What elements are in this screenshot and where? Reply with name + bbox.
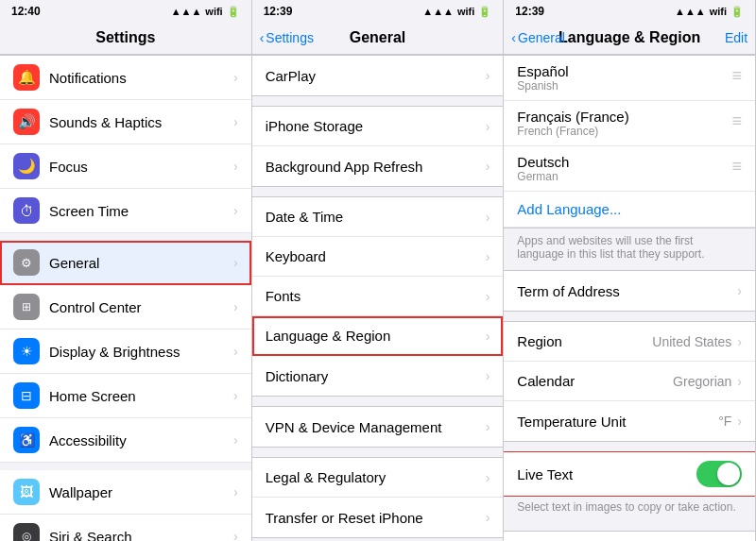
homescreen-icon: ⊟ bbox=[13, 382, 40, 409]
display-icon: ☀ bbox=[13, 338, 40, 364]
accessibility-row[interactable]: ♿ Accessibility › bbox=[0, 418, 251, 463]
settings-list: 🔔 Notifications › 🔊 Sounds & Haptics › 🌙… bbox=[0, 55, 251, 541]
battery-icon-2: 🔋 bbox=[478, 6, 491, 18]
lang-row-deutsch[interactable]: ≡ Deutsch German bbox=[504, 146, 755, 192]
signal-icon-1: ▲▲▲ bbox=[171, 6, 202, 17]
bg-refresh-row[interactable]: Background App Refresh › bbox=[252, 146, 504, 186]
time-1: 12:40 bbox=[11, 5, 41, 18]
live-text-description: Select text in images to copy or take ac… bbox=[504, 497, 755, 521]
transfer-row[interactable]: Transfer or Reset iPhone › bbox=[252, 498, 504, 537]
legal-row[interactable]: Legal & Regulatory › bbox=[252, 458, 504, 498]
dictionary-row[interactable]: Dictionary › bbox=[252, 356, 504, 396]
separator-2 bbox=[0, 463, 251, 470]
lang-region-row[interactable]: Language & Region › bbox=[252, 316, 504, 356]
nav-title-1: Settings bbox=[95, 29, 155, 46]
battery-icon-3: 🔋 bbox=[730, 6, 744, 18]
status-icons-1: ▲▲▲ wifi 🔋 bbox=[171, 6, 240, 18]
settings-panel: 12:40 ▲▲▲ wifi 🔋 Settings 🔔 Notification… bbox=[0, 0, 252, 541]
notifications-chevron: › bbox=[233, 70, 238, 85]
back-chevron-icon: ‹ bbox=[260, 30, 265, 45]
general-group-2: iPhone Storage › Background App Refresh … bbox=[252, 106, 504, 187]
status-bar-3: 12:39 ▲▲▲ wifi 🔋 bbox=[504, 0, 755, 21]
lang-region-panel: 12:39 ▲▲▲ wifi 🔋 ‹ General Language & Re… bbox=[504, 0, 756, 541]
wifi-icon-1: wifi bbox=[205, 6, 222, 17]
drag-handle-francais: ≡ bbox=[732, 111, 743, 131]
general-group-5: Legal & Regulatory › Transfer or Reset i… bbox=[252, 457, 504, 538]
siri-row[interactable]: ◎ Siri & Search › bbox=[0, 515, 251, 541]
battery-icon-1: 🔋 bbox=[227, 6, 240, 18]
drag-handle-deutsch: ≡ bbox=[732, 157, 743, 177]
screentime-row[interactable]: ⏱ Screen Time › bbox=[0, 189, 251, 233]
sounds-row[interactable]: 🔊 Sounds & Haptics › bbox=[0, 100, 251, 144]
separator-1 bbox=[0, 233, 251, 241]
nav-bar-3: ‹ General Language & Region Edit bbox=[504, 21, 755, 55]
signal-icon-2: ▲▲▲ bbox=[422, 6, 454, 17]
signal-icon-3: ▲▲▲ bbox=[675, 6, 706, 17]
lang-row-francais[interactable]: ≡ Français (France) French (France) bbox=[504, 101, 755, 146]
status-icons-2: ▲▲▲ wifi 🔋 bbox=[422, 6, 491, 18]
status-bar-2: 12:39 ▲▲▲ wifi 🔋 bbox=[252, 0, 504, 21]
lang-region-content: ≡ Español Spanish ≡ Français (France) Fr… bbox=[504, 55, 755, 541]
homescreen-row[interactable]: ⊟ Home Screen › bbox=[0, 374, 251, 418]
settings-group: 🔔 Notifications › 🔊 Sounds & Haptics › 🌙… bbox=[0, 55, 251, 541]
controlcenter-icon: ⊞ bbox=[13, 294, 40, 320]
general-panel: 12:39 ▲▲▲ wifi 🔋 ‹ Settings General CarP… bbox=[252, 0, 505, 541]
nav-bar-2: ‹ Settings General bbox=[252, 21, 504, 55]
calendar-row[interactable]: Calendar Gregorian › bbox=[504, 362, 755, 401]
back-chevron-icon-3: ‹ bbox=[511, 30, 516, 45]
general-group-3: Date & Time › Keyboard › Fonts › Languag… bbox=[252, 196, 504, 397]
wallpaper-row[interactable]: 🖼 Wallpaper › bbox=[0, 470, 251, 515]
edit-button[interactable]: Edit bbox=[725, 30, 747, 45]
general-group-1: CarPlay › bbox=[252, 55, 504, 96]
wifi-icon-3: wifi bbox=[710, 6, 727, 17]
carplay-row[interactable]: CarPlay › bbox=[252, 56, 504, 95]
controlcenter-row[interactable]: ⊞ Control Center › bbox=[0, 285, 251, 330]
keyboard-row[interactable]: Keyboard › bbox=[252, 237, 504, 277]
datetime-row[interactable]: Date & Time › bbox=[252, 197, 504, 237]
region-row[interactable]: Region United States › bbox=[504, 322, 755, 362]
temperature-row[interactable]: Temperature Unit °F › bbox=[504, 401, 755, 441]
drag-handle-espanol: ≡ bbox=[732, 66, 743, 86]
time-2: 12:39 bbox=[264, 5, 293, 18]
general-list: CarPlay › iPhone Storage › Background Ap… bbox=[252, 55, 504, 541]
lang-back-button[interactable]: ‹ General bbox=[511, 30, 564, 45]
status-bar-1: 12:40 ▲▲▲ wifi 🔋 bbox=[0, 0, 251, 21]
live-text-toggle[interactable] bbox=[696, 461, 742, 487]
accessibility-icon: ♿ bbox=[13, 427, 40, 453]
live-text-row[interactable]: Live Text bbox=[504, 452, 755, 496]
fonts-row[interactable]: Fonts › bbox=[252, 277, 504, 316]
region-group: Region United States › Calendar Gregoria… bbox=[504, 321, 755, 442]
general-group-4: VPN & Device Management › bbox=[252, 406, 504, 448]
nav-title-3: Language & Region bbox=[558, 29, 700, 46]
notifications-row[interactable]: 🔔 Notifications › bbox=[0, 56, 251, 100]
nav-title-2: General bbox=[350, 29, 406, 46]
term-group: Term of Address › bbox=[504, 270, 755, 312]
wallpaper-icon: 🖼 bbox=[13, 479, 40, 505]
general-row[interactable]: ⚙ General › bbox=[0, 241, 251, 285]
time-3: 12:39 bbox=[515, 5, 544, 18]
add-language-desc: Apps and websites will use the first lan… bbox=[504, 228, 755, 270]
focus-row[interactable]: 🌙 Focus › bbox=[0, 144, 251, 189]
focus-icon: 🌙 bbox=[13, 153, 40, 179]
display-row[interactable]: ☀ Display & Brightness › bbox=[0, 330, 251, 374]
live-text-group: Live Text bbox=[504, 451, 755, 497]
screentime-icon: ⏱ bbox=[13, 197, 40, 224]
sounds-icon: 🔊 bbox=[13, 109, 40, 135]
notifications-icon: 🔔 bbox=[13, 64, 40, 91]
add-language-button[interactable]: Add Language... bbox=[504, 192, 755, 228]
region-format-box: Region Format Example 12:34 AM Monday, A… bbox=[504, 531, 755, 541]
notifications-text: Notifications bbox=[49, 70, 232, 86]
iphone-storage-row[interactable]: iPhone Storage › bbox=[252, 107, 504, 146]
vpn-row[interactable]: VPN & Device Management › bbox=[252, 407, 504, 447]
term-address-row[interactable]: Term of Address › bbox=[504, 271, 755, 311]
wifi-icon-2: wifi bbox=[457, 6, 474, 17]
status-icons-3: ▲▲▲ wifi 🔋 bbox=[675, 6, 744, 18]
siri-icon: ◎ bbox=[13, 523, 40, 541]
lang-row-espanol[interactable]: ≡ Español Spanish bbox=[504, 56, 755, 101]
languages-group: ≡ Español Spanish ≡ Français (France) Fr… bbox=[504, 55, 755, 228]
general-icon: ⚙ bbox=[13, 249, 40, 276]
nav-bar-1: Settings bbox=[0, 21, 251, 55]
general-back-button[interactable]: ‹ Settings bbox=[260, 30, 314, 45]
